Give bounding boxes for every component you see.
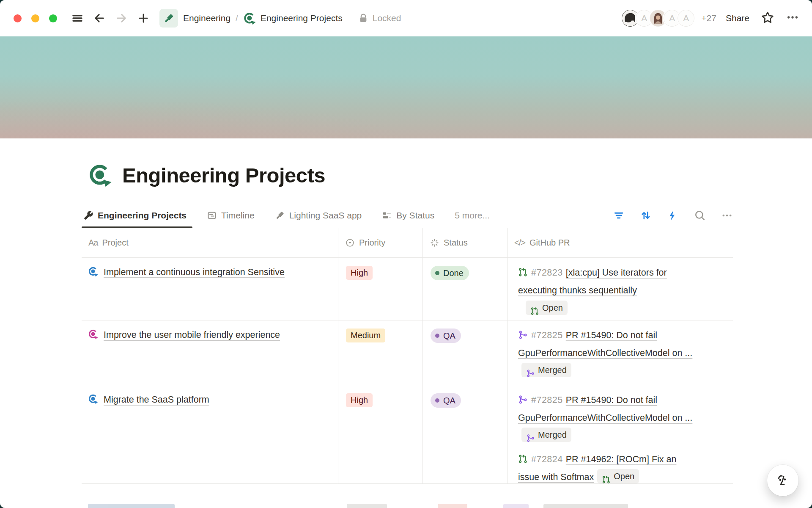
view-tabs-bar: Engineering Projects Timeline Lighting S…: [82, 203, 733, 228]
ghost-text: [88, 504, 175, 508]
pr-status-badge[interactable]: Merged: [521, 428, 571, 442]
view-options-button[interactable]: [721, 209, 733, 221]
column-label: Project: [102, 238, 128, 248]
column-header-project[interactable]: Aa Project: [82, 228, 338, 257]
pr-number: #72825: [531, 395, 563, 405]
ellipsis-icon: [786, 11, 799, 24]
github-pr-cell[interactable]: #72825PR #15490: Do not fail GpuPerforma…: [508, 320, 733, 385]
tab-timeline[interactable]: Timeline: [205, 203, 256, 228]
view-toolbar: [612, 209, 733, 221]
status-cell[interactable]: Done: [423, 258, 508, 320]
forward-button[interactable]: [114, 11, 129, 26]
ghost-pill: [503, 504, 529, 508]
pr-status-badge[interactable]: Merged: [521, 363, 571, 377]
tab-engineering-projects[interactable]: Engineering Projects: [82, 203, 188, 228]
sidebar-toggle-button[interactable]: [70, 11, 85, 26]
status-pill[interactable]: QA: [431, 393, 461, 408]
priority-pill[interactable]: High: [346, 266, 373, 280]
priority-pill[interactable]: Medium: [346, 329, 385, 342]
github-pr-cell[interactable]: #72823[xla:cpu] Use iterators for execut…: [508, 258, 733, 320]
pr-status-badge[interactable]: Open: [597, 469, 639, 483]
tab-label: Lighting SaaS app: [289, 210, 362, 221]
avatar-overflow-count[interactable]: +27: [701, 13, 716, 23]
column-label: GitHub PR: [529, 238, 570, 248]
favorite-button[interactable]: [760, 10, 775, 27]
pr-badge-use: [531, 307, 538, 315]
tab-lighting-saas-app[interactable]: Lighting SaaS app: [273, 203, 364, 228]
pr-status-badge[interactable]: Open: [526, 301, 568, 315]
pr-badge-label: Open: [614, 467, 634, 484]
column-header-priority[interactable]: Priority: [338, 228, 423, 257]
code-type-icon: </>: [514, 238, 525, 248]
tab-more-views[interactable]: 5 more...: [453, 203, 491, 228]
project-cell[interactable]: Improve the user mobile friendly experie…: [82, 320, 338, 385]
close-window-button[interactable]: [14, 14, 22, 22]
avatar-stack[interactable]: A A A: [621, 9, 695, 28]
page-logo-icon: [243, 12, 256, 25]
status-label: QA: [443, 396, 455, 406]
column-header-status[interactable]: Status: [423, 228, 508, 257]
search-button[interactable]: [694, 209, 706, 221]
page-logo-icon[interactable]: [88, 163, 112, 188]
board-icon: [382, 210, 392, 221]
project-link[interactable]: Implement a continuous integration Sensi…: [104, 267, 285, 277]
project-cell[interactable]: Migrate the SaaS platform: [82, 385, 338, 483]
ghost-pill: [438, 504, 467, 508]
table-row: Migrate the SaaS platform High QA #72825…: [82, 385, 733, 484]
priority-pill[interactable]: High: [346, 393, 373, 407]
page-header: Engineering Projects: [82, 160, 733, 190]
page-title[interactable]: Engineering Projects: [122, 163, 325, 187]
tab-by-status[interactable]: By Status: [380, 203, 436, 228]
breadcrumb-current[interactable]: Engineering Projects: [261, 13, 343, 23]
project-link[interactable]: Migrate the SaaS platform: [104, 395, 209, 405]
share-button[interactable]: Share: [726, 13, 749, 23]
pr-state-icon: [518, 452, 527, 461]
pr-state-icon: [602, 472, 610, 480]
pr-badge-label: Open: [542, 299, 563, 317]
zoom-window-button[interactable]: [49, 14, 57, 22]
sort-icon: [640, 210, 652, 221]
new-page-button[interactable]: [136, 11, 151, 26]
workspace-icon-chip[interactable]: [159, 9, 178, 28]
project-logo-icon: [88, 394, 99, 404]
wrench-icon: [83, 210, 93, 221]
text-type-icon: Aa: [88, 238, 98, 248]
filter-button[interactable]: [612, 209, 625, 221]
page-cover-image: [0, 36, 812, 138]
project-cell[interactable]: Implement a continuous integration Sensi…: [82, 258, 338, 320]
back-button[interactable]: [92, 11, 107, 26]
status-dot: [435, 334, 439, 338]
filter-icon: [613, 210, 625, 221]
notion-ai-button[interactable]: [767, 465, 798, 496]
github-pr-cell[interactable]: #72825PR #15490: Do not fail GpuPerforma…: [508, 385, 733, 483]
priority-cell[interactable]: High: [338, 258, 423, 320]
locked-indicator[interactable]: Locked: [358, 13, 401, 24]
ghost-text: [543, 504, 628, 508]
priority-cell[interactable]: Medium: [338, 320, 423, 385]
automations-button[interactable]: [667, 209, 679, 221]
project-link[interactable]: Improve the user mobile friendly experie…: [104, 330, 280, 340]
pr-state-icon: [518, 265, 527, 274]
breadcrumb-root[interactable]: Engineering: [183, 13, 230, 23]
pr-state-icon: [518, 392, 527, 402]
pr-number: #72823: [531, 268, 563, 278]
status-pill[interactable]: QA: [431, 329, 461, 343]
column-header-github-pr[interactable]: </> GitHub PR: [508, 228, 733, 257]
status-pill[interactable]: Done: [431, 266, 469, 280]
column-label: Status: [444, 238, 468, 248]
sort-button[interactable]: [639, 209, 652, 221]
ai-face-icon: [774, 472, 791, 489]
status-cell[interactable]: QA: [423, 320, 508, 385]
page-options-button[interactable]: [786, 11, 799, 26]
titlebar: Engineering / Engineering Projects Locke…: [0, 0, 812, 36]
pr-state-icon: [526, 366, 535, 374]
github-pr-mention: #72823[xla:cpu] Use iterators for execut…: [518, 264, 698, 315]
avatar-initial: A: [641, 13, 647, 23]
avatar[interactable]: A: [677, 9, 695, 28]
priority-cell[interactable]: High: [338, 385, 423, 483]
pr-badge-label: Merged: [538, 361, 567, 379]
pr-number: #72825: [531, 330, 563, 340]
pr-state-icon: [518, 328, 527, 337]
minimize-window-button[interactable]: [31, 14, 39, 22]
status-cell[interactable]: QA: [423, 385, 508, 483]
